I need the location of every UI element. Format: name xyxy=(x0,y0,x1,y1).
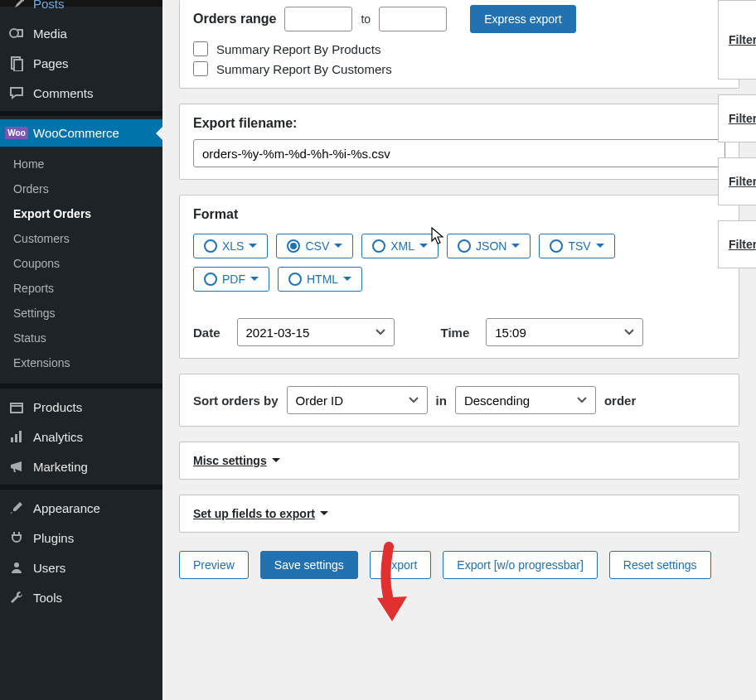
sort-field-select[interactable]: Order ID xyxy=(287,386,428,414)
filter-panel-3[interactable]: Filter xyxy=(718,157,756,205)
pages-icon xyxy=(8,55,25,71)
chevron-down-icon xyxy=(272,458,280,466)
submenu-coupons[interactable]: Coupons xyxy=(0,251,162,276)
menu-label: Analytics xyxy=(33,430,83,444)
format-json[interactable]: JSON xyxy=(447,234,531,258)
chevron-down-icon xyxy=(320,511,328,519)
submenu-status[interactable]: Status xyxy=(0,326,162,350)
date-label: Date xyxy=(193,326,220,340)
side-panels: Filter Filter Filter Filter xyxy=(718,0,756,268)
svg-rect-2 xyxy=(14,60,22,71)
menu-label: Comments xyxy=(33,86,94,100)
order-label: order xyxy=(604,393,636,408)
separator xyxy=(0,384,162,389)
menu-label: Tools xyxy=(33,591,62,605)
chevron-down-icon xyxy=(250,277,259,285)
preview-button[interactable]: Preview xyxy=(179,551,249,579)
setup-fields-toggle[interactable]: Set up fields to export xyxy=(193,507,328,520)
menu-label: WooCommerce xyxy=(33,126,119,140)
format-label: Format xyxy=(193,207,725,222)
menu-label: Posts xyxy=(33,0,65,11)
menu-label: Users xyxy=(33,561,65,575)
in-label: in xyxy=(436,393,447,408)
chevron-down-icon xyxy=(249,244,257,252)
format-panel: Format XLS CSV XML JSON TSV PDF HTML Dat… xyxy=(179,195,739,359)
menu-appearance[interactable]: Appearance xyxy=(0,493,162,523)
menu-woocommerce[interactable]: Woo WooCommerce xyxy=(0,119,162,147)
svg-rect-4 xyxy=(11,437,13,442)
to-label: to xyxy=(361,12,371,26)
main-content: Orders range to Express export Summary R… xyxy=(162,0,756,700)
format-xml[interactable]: XML xyxy=(361,234,439,258)
menu-products[interactable]: Products xyxy=(0,392,162,422)
sort-panel: Sort orders by Order ID in Descending or… xyxy=(179,374,739,427)
svg-rect-6 xyxy=(19,431,22,442)
menu-comments[interactable]: Comments xyxy=(0,78,162,108)
separator xyxy=(0,485,162,490)
menu-label: Marketing xyxy=(33,460,88,474)
media-icon xyxy=(8,25,25,41)
brush-icon xyxy=(8,500,25,516)
format-tsv[interactable]: TSV xyxy=(539,234,614,258)
submenu-settings[interactable]: Settings xyxy=(0,301,162,326)
menu-analytics[interactable]: Analytics xyxy=(0,422,162,451)
wrench-icon xyxy=(8,589,25,606)
menu-media[interactable]: Media xyxy=(0,18,162,48)
menu-posts[interactable]: Posts xyxy=(0,0,162,18)
express-export-button[interactable]: Express export xyxy=(470,5,575,33)
submenu-orders[interactable]: Orders xyxy=(0,176,162,201)
submenu-export-orders[interactable]: Export Orders xyxy=(0,201,162,226)
date-select[interactable]: 2021-03-15 xyxy=(237,318,395,346)
chevron-down-icon xyxy=(343,277,351,285)
orders-range-from[interactable] xyxy=(284,7,352,31)
chevron-down-icon xyxy=(334,244,342,252)
svg-rect-5 xyxy=(15,434,17,442)
time-label: Time xyxy=(441,326,470,340)
submenu-extensions[interactable]: Extensions xyxy=(0,350,162,375)
misc-panel: Misc settings xyxy=(179,442,739,480)
filter-panel-2[interactable]: Filter xyxy=(718,94,756,142)
menu-label: Plugins xyxy=(33,531,74,545)
menu-users[interactable]: Users xyxy=(0,553,162,582)
misc-settings-toggle[interactable]: Misc settings xyxy=(193,454,280,467)
orders-range-to[interactable] xyxy=(379,7,447,31)
separator xyxy=(0,111,162,116)
save-settings-button[interactable]: Save settings xyxy=(260,551,358,579)
reset-settings-button[interactable]: Reset settings xyxy=(609,551,711,579)
export-button[interactable]: Export xyxy=(370,551,431,579)
plug-icon xyxy=(8,529,25,546)
menu-plugins[interactable]: Plugins xyxy=(0,523,162,553)
svg-point-0 xyxy=(10,29,18,37)
action-row: Preview Save settings Export Export [w/o… xyxy=(179,551,739,579)
menu-marketing[interactable]: Marketing xyxy=(0,451,162,481)
orders-range-label: Orders range xyxy=(193,12,276,27)
filter-panel-1[interactable]: Filter xyxy=(718,0,756,80)
export-no-progress-button[interactable]: Export [w/o progressbar] xyxy=(443,551,598,579)
summary-products-checkbox[interactable]: Summary Report By Products xyxy=(193,41,380,56)
summary-customers-checkbox[interactable]: Summary Report By Customers xyxy=(193,61,392,76)
menu-label: Appearance xyxy=(33,501,100,515)
svg-point-7 xyxy=(14,562,19,567)
products-icon xyxy=(8,398,25,415)
analytics-icon xyxy=(8,428,25,445)
submenu-reports[interactable]: Reports xyxy=(0,276,162,301)
filename-label: Export filename: xyxy=(193,116,725,131)
filter-panel-4[interactable]: Filter xyxy=(718,220,756,268)
submenu-customers[interactable]: Customers xyxy=(0,226,162,251)
sort-direction-select[interactable]: Descending xyxy=(455,386,596,414)
menu-pages[interactable]: Pages xyxy=(0,48,162,78)
orders-range-panel: Orders range to Express export Summary R… xyxy=(179,0,739,89)
format-pdf[interactable]: PDF xyxy=(193,267,269,292)
chevron-down-icon xyxy=(419,244,428,252)
format-html[interactable]: HTML xyxy=(278,267,362,292)
format-csv[interactable]: CSV xyxy=(276,234,353,258)
fields-panel: Set up fields to export xyxy=(179,495,739,533)
menu-label: Products xyxy=(33,400,82,414)
menu-tools[interactable]: Tools xyxy=(0,582,162,612)
svg-rect-3 xyxy=(11,403,22,413)
chevron-down-icon xyxy=(511,244,520,252)
time-select[interactable]: 15:09 xyxy=(486,318,643,346)
filename-input[interactable] xyxy=(193,139,725,167)
format-xls[interactable]: XLS xyxy=(193,234,268,258)
submenu-home[interactable]: Home xyxy=(0,152,162,176)
